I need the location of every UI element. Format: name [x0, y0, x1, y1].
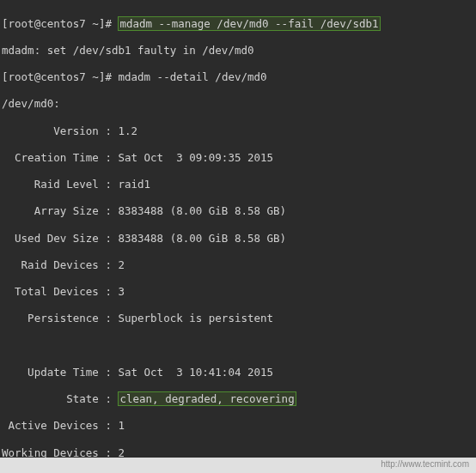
blank — [2, 339, 474, 353]
prompt-line-2: [root@centos7 ~]# mdadm --detail /dev/md… — [2, 70, 474, 84]
detail-version: Version : 1.2 — [2, 124, 474, 138]
detail-raid-level: Raid Level : raid1 — [2, 178, 474, 191]
device-header: /dev/md0: — [2, 97, 474, 111]
shell-prompt: [root@centos7 ~]# — [2, 17, 118, 30]
detail-state: State : clean, degraded, recovering — [2, 392, 474, 406]
terminal-output: [root@centos7 ~]# mdadm --manage /dev/md… — [0, 0, 476, 473]
detail-update-time: Update Time : Sat Oct 3 10:41:04 2015 — [2, 366, 474, 379]
detail-used-dev-size: Used Dev Size : 8383488 (8.00 GiB 8.58 G… — [2, 232, 474, 246]
prompt-line-1: [root@centos7 ~]# mdadm --manage /dev/md… — [2, 17, 474, 31]
state-value: clean, degraded, recovering — [118, 391, 296, 406]
shell-prompt: [root@centos7 ~]# — [2, 70, 118, 83]
command-2: mdadm --detail /dev/md0 — [118, 70, 266, 83]
detail-active-devices: Active Devices : 1 — [2, 419, 474, 433]
watermark: http://www.tecmint.com — [381, 459, 469, 470]
detail-total-devices: Total Devices : 3 — [2, 285, 474, 299]
detail-persistence: Persistence : Superblock is persistent — [2, 312, 474, 325]
state-label: State : — [2, 392, 118, 405]
detail-array-size: Array Size : 8383488 (8.00 GiB 8.58 GB) — [2, 204, 474, 218]
detail-creation-time: Creation Time : Sat Oct 3 09:09:35 2015 — [2, 151, 474, 165]
detail-raid-devices: Raid Devices : 2 — [2, 258, 474, 272]
output-line-1: mdadm: set /dev/sdb1 faulty in /dev/md0 — [2, 44, 474, 58]
command-1: mdadm --manage /dev/md0 --fail /dev/sdb1 — [118, 16, 380, 31]
